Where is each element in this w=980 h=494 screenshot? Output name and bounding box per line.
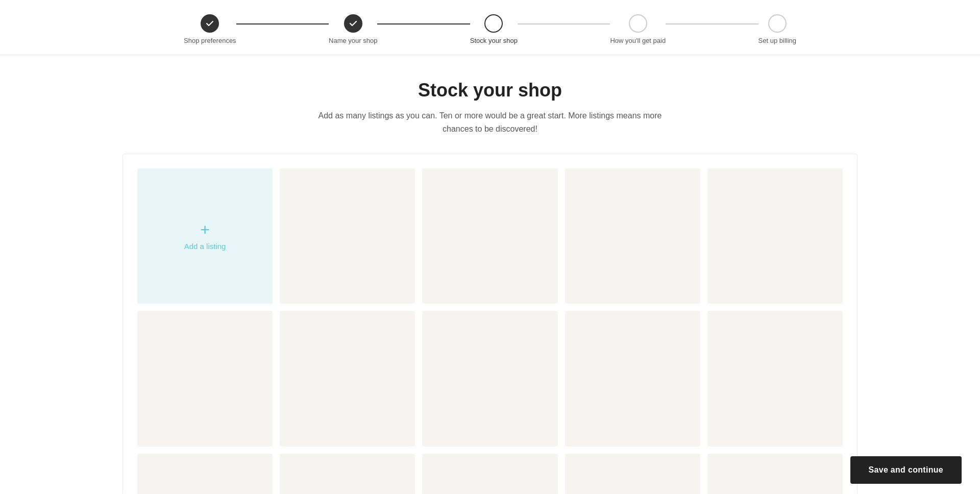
step-circle-how-youll-get-paid <box>629 14 647 33</box>
listing-cell-r3-5 <box>707 454 843 494</box>
listing-cell-empty-4 <box>707 168 843 304</box>
listings-container: + Add a listing <box>122 154 857 494</box>
progress-bar-container: Shop preferences Name your shop Stock yo… <box>0 0 980 55</box>
main-content: Stock your shop Add as many listings as … <box>0 55 980 494</box>
step-shop-preferences[interactable]: Shop preferences <box>184 14 236 44</box>
step-set-up-billing[interactable]: Set up billing <box>758 14 796 44</box>
step-circle-set-up-billing <box>768 14 787 33</box>
add-listing-label: Add a listing <box>184 242 226 251</box>
check-icon-shop-preferences <box>206 19 214 28</box>
step-label-stock-your-shop[interactable]: Stock your shop <box>470 37 518 44</box>
step-name-your-shop[interactable]: Name your shop <box>329 14 377 44</box>
page-title: Stock your shop <box>418 80 562 101</box>
listing-cell-r3-2 <box>280 454 415 494</box>
connector-2-3 <box>377 23 470 24</box>
listings-grid-row2 <box>137 311 843 446</box>
listings-grid-row3 <box>137 454 843 494</box>
step-circle-shop-preferences <box>201 14 219 33</box>
listing-cell-r3-3 <box>422 454 557 494</box>
add-plus-icon: + <box>200 221 210 238</box>
step-label-set-up-billing[interactable]: Set up billing <box>758 37 796 44</box>
connector-1-2 <box>236 23 329 24</box>
listing-cell-empty-1 <box>280 168 415 304</box>
listing-cell-r3-4 <box>565 454 700 494</box>
listings-grid-row1: + Add a listing <box>137 168 843 304</box>
listing-cell-r3-1 <box>137 454 273 494</box>
step-label-shop-preferences[interactable]: Shop preferences <box>184 37 236 44</box>
step-circle-name-your-shop <box>344 14 362 33</box>
page-subtitle: Add as many listings as you can. Ten or … <box>316 109 664 135</box>
listing-cell-empty-3 <box>565 168 700 304</box>
progress-steps: Shop preferences Name your shop Stock yo… <box>184 14 796 44</box>
save-continue-button[interactable]: Save and continue <box>850 456 962 484</box>
listing-cell-r2-2 <box>280 311 415 446</box>
step-label-name-your-shop[interactable]: Name your shop <box>329 37 377 44</box>
add-listing-cell[interactable]: + Add a listing <box>137 168 273 304</box>
listing-cell-r2-5 <box>707 311 843 446</box>
check-icon-name-shop <box>349 19 357 28</box>
step-label-how-youll-get-paid[interactable]: How you'll get paid <box>610 37 666 44</box>
connector-4-5 <box>666 23 758 24</box>
listing-cell-empty-2 <box>422 168 557 304</box>
listing-cell-r2-4 <box>565 311 700 446</box>
step-circle-stock-your-shop <box>484 14 503 33</box>
listing-cell-r2-1 <box>137 311 273 446</box>
listing-cell-r2-3 <box>422 311 557 446</box>
step-stock-your-shop[interactable]: Stock your shop <box>470 14 518 44</box>
connector-3-4 <box>518 23 610 24</box>
step-how-youll-get-paid[interactable]: How you'll get paid <box>610 14 666 44</box>
